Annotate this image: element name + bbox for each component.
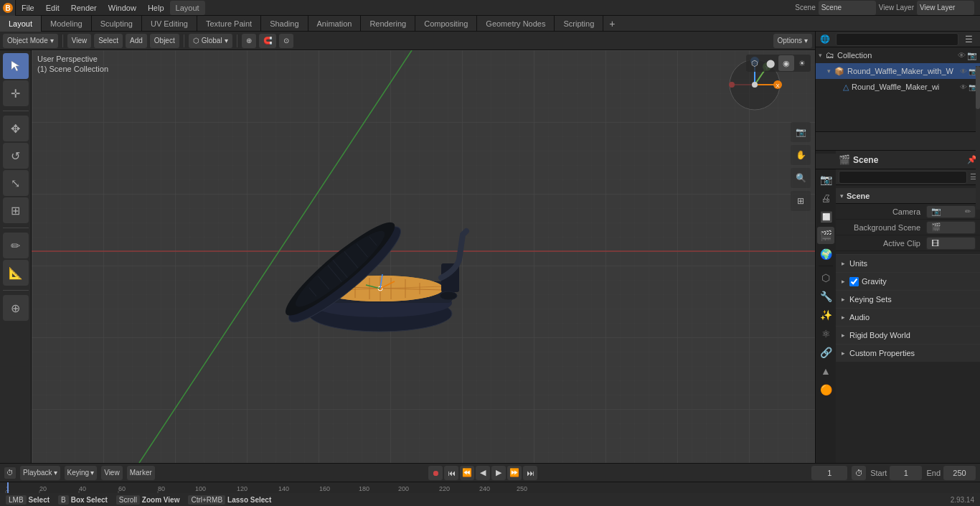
custom-props-header[interactable]: ▸ Custom Properties	[836, 345, 980, 362]
props-icon-data[interactable]: ▲	[817, 362, 834, 380]
units-header[interactable]: ▸ Units	[836, 255, 980, 272]
tool-cursor[interactable]: ✛	[3, 80, 29, 106]
select-menu-btn[interactable]: Select	[94, 34, 123, 48]
active-clip-field[interactable]: 🎞	[926, 237, 976, 250]
rendered-mode-btn[interactable]: ☀	[794, 55, 810, 71]
current-frame-field[interactable]: 1	[811, 466, 847, 480]
tool-annotate[interactable]: ✏	[3, 233, 29, 258]
tab-geometry-nodes[interactable]: Geometry Nodes	[477, 16, 555, 32]
tool-transform[interactable]: ⊞	[3, 197, 29, 223]
camera-edit-btn[interactable]: ✏	[965, 207, 971, 215]
wireframe-mode-btn[interactable]: ⬡	[747, 55, 763, 71]
eye-1[interactable]: 👁	[960, 67, 967, 75]
props-icon-particles[interactable]: ✨	[817, 306, 834, 324]
tab-rendering[interactable]: Rendering	[361, 16, 415, 32]
pivot-btn[interactable]: ⊕	[242, 34, 256, 48]
tool-rotate[interactable]: ↺	[3, 143, 29, 169]
end-value[interactable]: 250	[943, 466, 976, 480]
props-icon-constraints[interactable]: 🔗	[817, 344, 834, 361]
scene-name-field[interactable]: Scene	[819, 1, 876, 15]
tab-uv-editing[interactable]: UV Editing	[142, 16, 197, 32]
tool-add[interactable]: ⊕	[3, 295, 29, 321]
tool-move[interactable]: ✥	[3, 116, 29, 141]
play-btn[interactable]: ▶	[491, 466, 506, 480]
viewport-zoom-btn[interactable]: 🔍	[791, 168, 811, 188]
options-btn[interactable]: Options ▾	[773, 34, 812, 48]
tab-texture-paint[interactable]: Texture Paint	[197, 16, 261, 32]
props-scrollbar[interactable]	[976, 151, 980, 210]
gravity-header[interactable]: ▸ Gravity	[836, 273, 980, 290]
tab-compositing[interactable]: Compositing	[415, 16, 477, 32]
props-icon-view-layer[interactable]: 🔲	[817, 208, 834, 225]
props-icon-material[interactable]: 🟠	[817, 381, 834, 398]
object-menu-btn[interactable]: Object	[150, 34, 179, 48]
viewport-camera-btn[interactable]: 📷	[791, 122, 811, 142]
viewport-hand-btn[interactable]: ✋	[791, 145, 811, 165]
view-menu-btn[interactable]: View	[67, 34, 92, 48]
keying-sets-section: ▸ Keying Sets	[836, 290, 980, 308]
props-icon-output[interactable]: 🖨	[817, 189, 834, 207]
playback-dropdown[interactable]: Playback ▾	[20, 466, 60, 480]
tool-measure[interactable]: 📐	[3, 260, 29, 286]
menu-window[interactable]: Window	[103, 0, 142, 16]
tab-shading[interactable]: Shading	[261, 16, 308, 32]
menu-help[interactable]: Help	[142, 0, 170, 16]
transform-space-btn[interactable]: ⬡ Global ▾	[189, 34, 232, 48]
add-workspace-button[interactable]: +	[603, 18, 621, 29]
tab-sculpting[interactable]: Sculpting	[92, 16, 142, 32]
props-icon-object[interactable]: ⬡	[817, 269, 834, 286]
menu-edit[interactable]: Edit	[40, 0, 65, 16]
props-search-input[interactable]	[839, 171, 967, 184]
rigid-body-header[interactable]: ▸ Rigid Body World	[836, 327, 980, 344]
eye-icon[interactable]: 👁	[958, 51, 966, 60]
tool-select[interactable]	[3, 53, 29, 79]
keying-dropdown[interactable]: Keying ▾	[65, 466, 98, 480]
keying-sets-header[interactable]: ▸ Keying Sets	[836, 291, 980, 308]
tab-layout[interactable]: Layout	[0, 16, 42, 32]
scene-collection-item[interactable]: ▾ 🗂 Collection 👁 📷	[816, 47, 980, 63]
view-dropdown[interactable]: View	[101, 466, 123, 480]
eye-2[interactable]: 👁	[960, 83, 967, 91]
add-menu-btn[interactable]: Add	[126, 34, 147, 48]
timeline-icon[interactable]: ⏱	[4, 467, 16, 479]
render-icon[interactable]: 📷	[967, 51, 977, 60]
play-back-btn[interactable]: ◀	[476, 466, 490, 480]
tool-scale[interactable]: ⤡	[3, 170, 29, 196]
marker-dropdown[interactable]: Marker	[127, 466, 155, 480]
material-mode-btn[interactable]: ◉	[778, 55, 794, 71]
outliner-search[interactable]	[836, 33, 958, 46]
audio-header[interactable]: ▸ Audio	[836, 309, 980, 326]
jump-end-btn[interactable]: ⏭	[523, 466, 537, 480]
snap-btn[interactable]: 🧲	[259, 34, 276, 48]
tab-modeling[interactable]: Modeling	[42, 16, 92, 32]
record-btn[interactable]: ⏺	[428, 466, 443, 480]
outliner-item-waffle[interactable]: ▾ 📦 Round_Waffle_Maker_with_W 👁 📷	[816, 63, 980, 79]
outliner-filter-btn[interactable]: ☰	[961, 32, 976, 47]
3d-viewport[interactable]: User Perspective (1) Scene Collection X …	[32, 50, 815, 463]
tab-scripting[interactable]: Scripting	[555, 16, 603, 32]
step-fwd-btn[interactable]: ⏩	[507, 466, 522, 480]
jump-start-btn[interactable]: ⏮	[444, 466, 458, 480]
time-clock-btn[interactable]: ⏱	[852, 466, 866, 480]
camera-field[interactable]: 📷 ✏	[926, 205, 976, 218]
step-back-btn[interactable]: ⏪	[460, 466, 474, 480]
background-scene-field[interactable]: 🎬	[926, 221, 976, 234]
status-zoom: Scroll Zoom View	[116, 495, 180, 505]
menu-render[interactable]: Render	[65, 0, 103, 16]
props-icon-scene[interactable]: 🎬	[817, 227, 834, 244]
menu-file[interactable]: File	[16, 0, 40, 16]
solid-mode-btn[interactable]: ⬤	[763, 55, 778, 71]
proportional-btn[interactable]: ⊙	[279, 34, 293, 48]
object-mode-btn[interactable]: Object Mode ▾	[3, 34, 58, 48]
props-icon-world[interactable]: 🌍	[817, 245, 834, 263]
gravity-checkbox[interactable]	[849, 277, 859, 286]
scene-section-header[interactable]: ▾ Scene	[836, 188, 980, 204]
tab-animation[interactable]: Animation	[308, 16, 362, 32]
props-icon-modifier[interactable]: 🔧	[817, 288, 834, 305]
start-value[interactable]: 1	[890, 466, 922, 480]
outliner-item-mesh[interactable]: △ Round_Waffle_Maker_wi 👁 📷	[816, 79, 980, 95]
props-icon-render[interactable]: 📷	[817, 171, 834, 188]
props-icon-physics[interactable]: ⚛	[817, 325, 834, 342]
view-layer-field[interactable]: View Layer	[917, 1, 974, 15]
viewport-grid-btn[interactable]: ⊞	[791, 191, 811, 211]
